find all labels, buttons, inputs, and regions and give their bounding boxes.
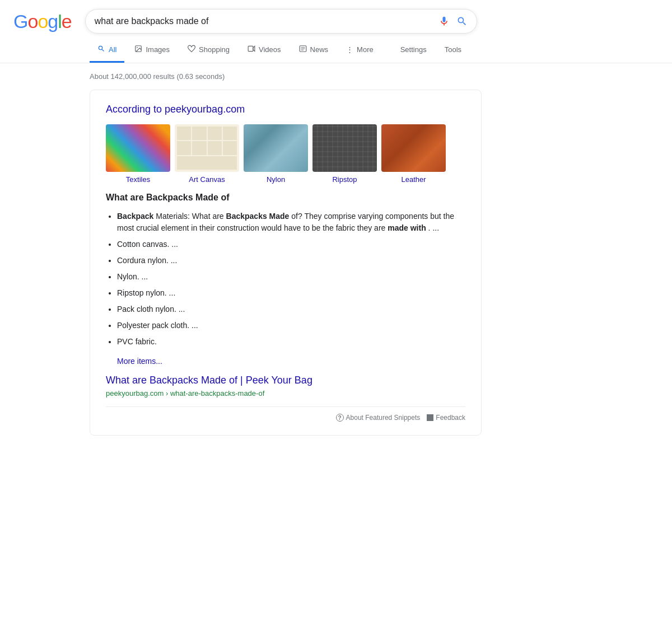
images-icon <box>134 45 142 54</box>
list-item: Cotton canvas. ... <box>117 238 465 250</box>
list-item: Nylon. ... <box>117 271 465 283</box>
image-label-art-canvas: Art Canvas <box>189 175 225 184</box>
art-canvas-visual <box>175 124 239 172</box>
logo-g: G <box>13 11 27 32</box>
image-item-nylon[interactable]: Nylon <box>244 124 308 184</box>
tab-shopping-label: Shopping <box>199 45 230 54</box>
question-icon: ? <box>336 414 344 422</box>
logo-o2: o <box>38 11 48 32</box>
list-item: Ripstop nylon. ... <box>117 287 465 299</box>
videos-icon <box>248 45 255 54</box>
news-icon <box>299 45 307 54</box>
normal-text: Materials: What are <box>156 212 226 221</box>
tab-news[interactable]: News <box>291 38 337 63</box>
logo-g2: g <box>48 11 58 32</box>
image-thumb-leather <box>381 124 446 172</box>
about-snippets-label: About Featured Snippets <box>346 414 421 422</box>
leather-visual <box>381 124 446 172</box>
results-count: About 142,000,000 results (0.63 seconds) <box>90 68 491 90</box>
bold-text: made with <box>388 223 426 232</box>
image-label-leather: Leather <box>401 175 426 184</box>
image-thumb-textiles <box>106 124 170 172</box>
logo-o1: o <box>27 11 38 32</box>
image-label-nylon: Nylon <box>267 175 285 184</box>
image-item-textiles[interactable]: Textiles <box>106 124 170 184</box>
tab-videos[interactable]: Videos <box>240 38 289 63</box>
tab-shopping[interactable]: Shopping <box>180 38 237 63</box>
tab-tools[interactable]: Tools <box>437 39 469 62</box>
search-icons <box>438 16 468 27</box>
content-heading: What are Backpacks Made of <box>106 193 465 203</box>
textiles-visual <box>106 124 170 172</box>
search-input[interactable] <box>95 16 438 26</box>
tools-label: Tools <box>445 45 461 54</box>
settings-label: Settings <box>400 45 427 54</box>
list-item: Cordura nylon. ... <box>117 255 465 266</box>
tab-images-label: Images <box>146 45 170 54</box>
bold-text: Backpacks Made <box>226 212 290 221</box>
logo-e: e <box>62 11 72 32</box>
tab-more[interactable]: ⋮ More <box>338 39 381 62</box>
list-item: Polyester pack cloth. ... <box>117 320 465 331</box>
tab-more-label: More <box>357 45 374 54</box>
image-thumb-art-canvas <box>175 124 239 172</box>
featured-snippet-card: According to peekyourbag.com Textiles Ar… <box>90 90 482 436</box>
tab-all-label: All <box>109 45 116 54</box>
image-item-leather[interactable]: Leather <box>381 124 446 184</box>
tab-videos-label: Videos <box>259 45 281 54</box>
more-items-link[interactable]: More items... <box>117 357 162 366</box>
ripstop-visual <box>312 124 377 172</box>
image-item-art-canvas[interactable]: Art Canvas <box>175 124 239 184</box>
svg-point-1 <box>137 47 138 48</box>
list-item: PVC fabric. <box>117 336 465 348</box>
tab-all[interactable]: All <box>90 38 124 63</box>
feedback-label: Feedback <box>436 414 465 422</box>
list-item: Backpack Materials: What are Backpacks M… <box>117 211 465 234</box>
card-footer: ? About Featured Snippets Feedback <box>106 406 465 422</box>
nylon-visual <box>244 124 308 172</box>
shopping-icon <box>188 45 195 54</box>
normal-text: . ... <box>428 223 439 232</box>
result-url: peekyourbag.com › what-are-backpacks-mad… <box>106 389 264 398</box>
bullet-list: Backpack Materials: What are Backpacks M… <box>106 211 465 348</box>
image-thumb-ripstop <box>312 124 377 172</box>
nav-tabs: All Images Shopping Videos News ⋮ More S… <box>0 38 672 63</box>
more-icon: ⋮ <box>346 45 353 54</box>
about-snippets-link[interactable]: ? About Featured Snippets <box>336 414 421 422</box>
svg-rect-2 <box>248 46 253 51</box>
image-row: Textiles Art Canvas Nylon <box>106 124 465 184</box>
tab-images[interactable]: Images <box>127 38 178 63</box>
results-area: About 142,000,000 results (0.63 seconds)… <box>0 63 504 458</box>
image-thumb-nylon <box>244 124 308 172</box>
result-title-link[interactable]: What are Backpacks Made of | Peek Your B… <box>106 375 465 386</box>
tab-settings[interactable]: Settings <box>393 39 435 62</box>
mic-icon[interactable] <box>438 16 450 27</box>
search-bar <box>85 9 477 34</box>
image-label-textiles: Textiles <box>126 175 150 184</box>
image-label-ripstop: Ripstop <box>332 175 357 184</box>
feedback-link[interactable]: Feedback <box>427 414 465 422</box>
tab-news-label: News <box>310 45 329 54</box>
result-link-section: What are Backpacks Made of | Peek Your B… <box>106 375 465 398</box>
search-submit-icon[interactable] <box>456 16 468 27</box>
all-icon <box>97 45 105 54</box>
list-item: Pack cloth nylon. ... <box>117 303 465 315</box>
header: Google <box>0 0 672 34</box>
google-logo[interactable]: Google <box>13 11 72 32</box>
image-item-ripstop[interactable]: Ripstop <box>312 124 377 184</box>
feedback-icon <box>427 414 433 421</box>
featured-source-link[interactable]: According to peekyourbag.com <box>106 104 465 115</box>
bold-text: Backpack <box>117 212 153 221</box>
